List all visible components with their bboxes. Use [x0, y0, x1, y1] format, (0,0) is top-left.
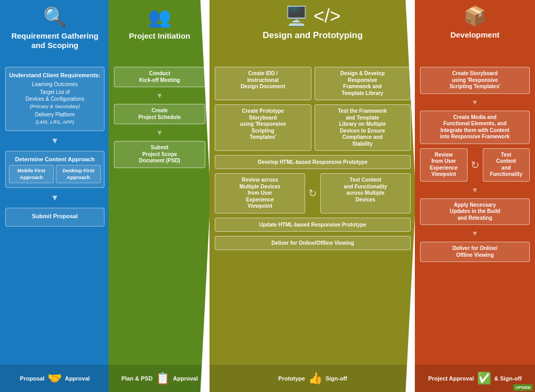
main-container: 🔍 Requirement Gathering and Scoping Unde… — [0, 0, 535, 392]
blue-footer: Proposal 🤝 Approval — [0, 365, 110, 392]
red-media: Create Media andFunctional Elements, and… — [420, 111, 530, 144]
olive-prototype-storyboard: Create PrototypeStoryboardusing 'Respons… — [215, 104, 311, 151]
column-green: 👥 Project Initiation ConductKick-off Mee… — [109, 0, 211, 392]
red-deliver: Deliver for Online/Offline Viewing — [420, 242, 530, 262]
olive-row-3: Review acrossMultiple Devicesfrom UserEx… — [215, 173, 411, 213]
red-review-ux: Reviewfrom UserExperienceViewpoint — [420, 148, 468, 182]
blue-body: Understand Client Requirements: Learning… — [0, 63, 110, 365]
blue-section-1: Understand Client Requirements: Learning… — [5, 67, 104, 131]
red-footer-label1: Project Approval — [428, 375, 474, 382]
olive-develop-html: Develop HTML-based Responsive Prototype — [215, 155, 411, 169]
red-test-content: TestContentandFunctionality — [483, 148, 530, 182]
olive-body: Create IDD /InstructionalDesign Document… — [210, 63, 416, 365]
blue-section-1-title: Understand Client Requirements: — [9, 72, 101, 79]
olive-idd: Create IDD /InstructionalDesign Document — [215, 67, 311, 100]
red-arrow-1: ▼ — [420, 98, 530, 106]
clipboard-icon: 📋 — [156, 372, 170, 385]
green-body: ConductKick-off Meeting ▼ CreateProject … — [109, 63, 211, 365]
olive-footer-label1: Prototype — [278, 375, 305, 382]
column-red: 📦 Development Create Storyboardusing 'Re… — [415, 0, 535, 392]
green-footer-label1: Plan & PSD — [121, 375, 153, 382]
olive-footer-label2: Sign-off — [325, 375, 347, 382]
approach-row: Mobile First Approach Desktop First Appr… — [9, 165, 101, 183]
red-arrow-2: ▼ — [420, 186, 530, 194]
olive-test-content: Test Contentand Functionalityacross Mult… — [320, 173, 411, 213]
blue-footer-label2: Approval — [65, 375, 90, 382]
blue-footer-label1: Proposal — [20, 375, 44, 382]
green-footer: Plan & PSD 📋 Approval — [109, 365, 211, 392]
approach-mobile: Mobile First Approach — [9, 165, 54, 183]
blue-arrow-1: ▼ — [5, 136, 104, 146]
green-arrow-2: ▼ — [114, 128, 205, 137]
green-icon: 👥 — [148, 6, 171, 28]
blue-item-lms: (LMS, LRS, APP) — [9, 119, 101, 125]
olive-header: 🖥️ </> Design and Prototyping — [210, 0, 416, 63]
green-header: 👥 Project Initiation — [109, 0, 211, 63]
green-arrow-1: ▼ — [114, 91, 205, 100]
blue-header: 🔍 Requirement Gathering and Scoping — [0, 0, 110, 63]
cycle-arrows-olive: ↻ — [308, 173, 317, 213]
olive-title: Design and Prototyping — [263, 30, 363, 41]
red-title: Development — [450, 30, 499, 40]
olive-icon: 🖥️ </> — [285, 5, 341, 27]
red-footer-label2: & Sign-off — [494, 375, 522, 382]
red-header: 📦 Development — [415, 0, 535, 63]
blue-icon: 🔍 — [43, 6, 67, 28]
ok-icon: ✅ — [477, 372, 491, 385]
blue-section-2: Determine Content Approach Mobile First … — [5, 151, 104, 188]
red-row-review: Reviewfrom UserExperienceViewpoint ↻ Tes… — [420, 148, 530, 182]
upside-logo: UPSIDE — [513, 384, 533, 391]
olive-deliver: Deliver for Online/Offline Viewing — [215, 236, 411, 250]
cycle-arrows-red: ↻ — [471, 148, 480, 182]
thumbsup-icon: 👍 — [308, 372, 322, 385]
olive-row-2: Create PrototypeStoryboardusing 'Respons… — [215, 104, 411, 151]
handshake-icon: 🤝 — [48, 372, 62, 385]
olive-test-framework: Test the Frameworkand TemplateLibrary on… — [315, 104, 411, 151]
blue-arrow-2: ▼ — [5, 193, 104, 203]
olive-update-html: Update HTML-based Responsive Prototype — [215, 218, 411, 232]
blue-section-3: Submit Proposal — [5, 208, 104, 227]
red-apply-updates: Apply NecessaryUpdates in the Buildand R… — [420, 198, 530, 225]
olive-footer: Prototype 👍 Sign-off — [210, 365, 416, 392]
column-olive: 🖥️ </> Design and Prototyping Create IDD… — [210, 0, 416, 392]
blue-submit-proposal: Submit Proposal — [9, 212, 101, 220]
red-icon: 📦 — [463, 5, 487, 27]
green-box-kickoff: ConductKick-off Meeting — [114, 67, 205, 87]
olive-row-1: Create IDD /InstructionalDesign Document… — [215, 67, 411, 100]
approach-desktop: Desktop First Approach — [56, 165, 101, 183]
olive-review-devices: Review acrossMultiple Devicesfrom UserEx… — [215, 173, 305, 213]
olive-design-develop: Design & DevelopResponsiveFramework andT… — [315, 67, 411, 100]
column-blue: 🔍 Requirement Gathering and Scoping Unde… — [0, 0, 110, 392]
blue-item-learning: Learning Outcomes — [9, 81, 101, 88]
blue-item-primary: (Primary & Secondary) — [9, 103, 101, 110]
green-box-schedule: CreateProject Schedule — [114, 104, 205, 124]
red-body: Create Storyboardusing 'ResponsiveScript… — [415, 63, 535, 365]
green-footer-label2: Approval — [173, 375, 198, 382]
green-box-psd: SubmitProject ScopeDocument (PSD) — [114, 141, 205, 168]
red-storyboard: Create Storyboardusing 'ResponsiveScript… — [420, 67, 530, 94]
blue-section-2-title: Determine Content Approach — [9, 156, 101, 163]
red-arrow-3: ▼ — [420, 229, 530, 237]
blue-item-delivery: Delivery Platform — [9, 111, 101, 118]
green-title: Project Initiation — [129, 31, 191, 41]
blue-title: Requirement Gathering and Scoping — [5, 31, 104, 50]
blue-item-target: Target List ofDevices & Configurations — [9, 89, 101, 102]
